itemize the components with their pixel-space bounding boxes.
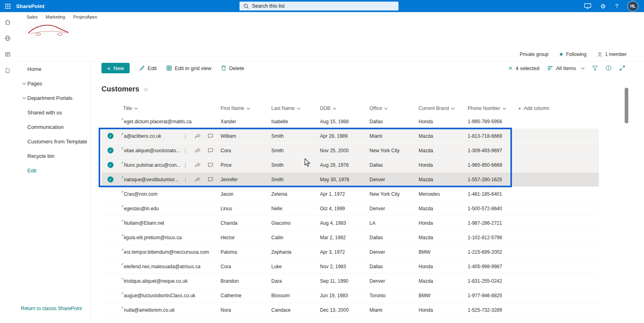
sidebar-item-pages[interactable]: Pages <box>15 76 90 91</box>
row-checkbox-cell[interactable]: ✓ <box>101 147 119 153</box>
sidebar-item-recycle-bin[interactable]: Recycle bin <box>15 149 90 163</box>
column-header-first-name[interactable]: First Name <box>220 106 270 111</box>
app-launcher-icon[interactable] <box>0 0 15 12</box>
vertical-scrollbar[interactable] <box>625 88 628 123</box>
site-logo[interactable] <box>26 20 70 39</box>
favorite-star-icon[interactable]: ☆ <box>143 86 149 93</box>
column-header-office[interactable]: Office <box>369 106 418 111</box>
edit-button[interactable]: Edit <box>139 65 157 71</box>
row-checkbox-cell[interactable]: ✓ <box>101 176 119 182</box>
table-row[interactable]: ↗eget.dictum.placerat@mattis.caXanderIsa… <box>101 114 599 129</box>
screen-share-icon[interactable] <box>584 3 591 9</box>
row-selected-check-icon[interactable]: ✓ <box>107 133 114 139</box>
table-row[interactable]: ↗nulla@ametlorem.co.ukNoraCandaceDec 13,… <box>101 303 599 317</box>
row-title-link[interactable]: nulla@ametlorem.co.uk <box>124 307 175 313</box>
sidebar-item-customers-from-template[interactable]: Customers from Template <box>15 134 90 149</box>
share-icon[interactable] <box>195 133 201 139</box>
delete-button[interactable]: Delete <box>221 65 244 71</box>
cell-title: ↗augue@luctuslobortisClass.co.uk <box>119 293 220 298</box>
table-row[interactable]: ↗Cras@non.comJasonZeleniaApr 1, 1972New … <box>101 187 599 201</box>
row-selected-check-icon[interactable]: ✓ <box>107 147 114 153</box>
cell-dob: Mar 2, 1982 <box>319 235 369 240</box>
row-actions-icon[interactable]: ⋮ <box>183 162 188 168</box>
news-icon[interactable] <box>4 51 11 58</box>
column-header-dob[interactable]: DOB <box>319 106 369 111</box>
row-title-link[interactable]: natoque@vestibulumlor... <box>124 177 179 182</box>
help-icon[interactable]: ? <box>615 3 618 9</box>
sidebar-item-edit[interactable]: Edit <box>15 163 90 178</box>
sidebar-item-home[interactable]: Home <box>15 62 90 76</box>
filter-button[interactable] <box>592 66 598 71</box>
row-title-link[interactable]: a@aclibero.co.uk <box>124 133 161 139</box>
cell-office: Dallas <box>369 235 418 240</box>
table-row[interactable]: ↗egestas@in.eduLinusNelleOct 4, 1999Denv… <box>101 201 599 216</box>
table-row[interactable]: ↗ligula.elit.pretium@risus.caHectorCaili… <box>101 230 599 245</box>
members-button[interactable]: 1 member <box>597 52 627 57</box>
cell-dob: Nov 25, 2000 <box>319 148 369 153</box>
row-actions-icon[interactable]: ⋮ <box>183 177 188 182</box>
document-icon[interactable] <box>4 67 11 74</box>
column-header-phone-number[interactable]: Phone Number <box>467 106 517 111</box>
home-icon[interactable] <box>4 19 11 25</box>
row-selected-check-icon[interactable]: ✓ <box>107 176 114 182</box>
gear-icon[interactable]: ⚙ <box>601 3 606 9</box>
share-icon[interactable] <box>195 148 201 153</box>
row-title-link[interactable]: tristique.aliquet@neque.co.uk <box>124 278 188 284</box>
share-icon[interactable] <box>195 177 201 182</box>
row-selected-check-icon[interactable]: ✓ <box>107 162 114 168</box>
row-title-link[interactable]: est.tempor.bibendum@neccursusa.com <box>124 249 209 255</box>
globe-icon[interactable] <box>4 35 11 41</box>
table-row[interactable]: ✓↗a@aclibero.co.uk⋮WilliamSmithApr 28, 1… <box>101 129 599 143</box>
row-title-link[interactable]: vitae.aliquet@sociisnato... <box>124 148 180 153</box>
sidebar-item-shared-with-us[interactable]: Shared with us <box>15 105 90 120</box>
table-row[interactable]: ✓↗vitae.aliquet@sociisnato...⋮CoraSmithN… <box>101 143 599 158</box>
chevron-down-icon[interactable] <box>23 96 26 99</box>
avatar[interactable]: HL <box>627 1 638 12</box>
row-checkbox-cell[interactable]: ✓ <box>101 162 119 168</box>
search-input[interactable]: Search this list <box>239 2 398 10</box>
column-header-title[interactable]: Title <box>119 106 220 111</box>
site-nav-link-marketing[interactable]: Marketing <box>46 14 65 19</box>
share-icon[interactable] <box>195 162 201 168</box>
row-actions-icon[interactable]: ⋮ <box>183 148 188 153</box>
add-column-button[interactable]: +Add column <box>517 105 599 112</box>
clear-selection-button[interactable]: 4 selected <box>508 65 539 71</box>
following-button[interactable]: ★ Following <box>559 51 586 57</box>
row-actions-icon[interactable]: ⋮ <box>183 133 188 139</box>
table-row[interactable]: ↗eleifend.nec.malesuada@atrisus.caCoraLu… <box>101 259 599 274</box>
table-row[interactable]: ↗tristique.aliquet@neque.co.ukBrandonDar… <box>101 274 599 288</box>
site-nav-link-projectapex[interactable]: ProjectApex <box>73 14 97 19</box>
sidebar-item-communication[interactable]: Communication <box>15 120 90 134</box>
comment-icon[interactable] <box>208 162 213 168</box>
column-header-last-name[interactable]: Last Name <box>270 106 319 111</box>
edit-in-grid-view-button[interactable]: Edit in grid view <box>166 65 211 71</box>
row-title-link[interactable]: Cras@non.com <box>124 191 158 197</box>
sidebar-item-department-portals[interactable]: Department Portals <box>15 91 90 105</box>
row-title-link[interactable]: egestas@in.edu <box>124 206 159 211</box>
row-checkbox-cell[interactable]: ✓ <box>101 133 119 139</box>
expand-button[interactable] <box>619 65 625 71</box>
row-title-link[interactable]: eget.dictum.placerat@mattis.ca <box>124 119 192 124</box>
new-button[interactable]: + New <box>101 63 130 73</box>
column-header-current-brand[interactable]: Current Brand <box>418 106 467 111</box>
table-row[interactable]: ↗est.tempor.bibendum@neccursusa.comPalom… <box>101 245 599 259</box>
comment-icon[interactable] <box>208 148 213 153</box>
row-title-link[interactable]: Nunc.pulvinar.arcu@con... <box>124 162 181 168</box>
return-to-classic-link[interactable]: Return to classic SharePoint <box>21 306 82 311</box>
chevron-down-icon[interactable] <box>23 81 26 85</box>
table-row[interactable]: ↗Nullam@Etiam.netChandaGiacomoAug 4, 198… <box>101 216 599 230</box>
content: HomePagesDepartment PortalsShared with u… <box>15 61 644 323</box>
row-title-link[interactable]: augue@luctuslobortisClass.co.uk <box>124 293 196 298</box>
table-row[interactable]: ↗augue@luctuslobortisClass.co.ukCatherin… <box>101 288 599 303</box>
row-title-link[interactable]: ligula.elit.pretium@risus.ca <box>124 235 182 240</box>
comment-icon[interactable] <box>208 177 213 182</box>
comment-icon[interactable] <box>208 133 213 139</box>
table-row[interactable]: ✓↗natoque@vestibulumlor...⋮JenniferSmith… <box>101 172 599 187</box>
info-button[interactable] <box>606 65 611 71</box>
row-title-link[interactable]: eleifend.nec.malesuada@atrisus.ca <box>124 264 200 269</box>
site-nav-link-sales[interactable]: Sales <box>27 14 38 19</box>
row-title-link[interactable]: Nullam@Etiam.net <box>124 220 164 226</box>
view-selector[interactable]: All Items <box>547 65 584 71</box>
row-hover-actions: ⋮ <box>183 148 213 153</box>
table-row[interactable]: ✓↗Nunc.pulvinar.arcu@con...⋮PriceSmithAu… <box>101 158 599 172</box>
